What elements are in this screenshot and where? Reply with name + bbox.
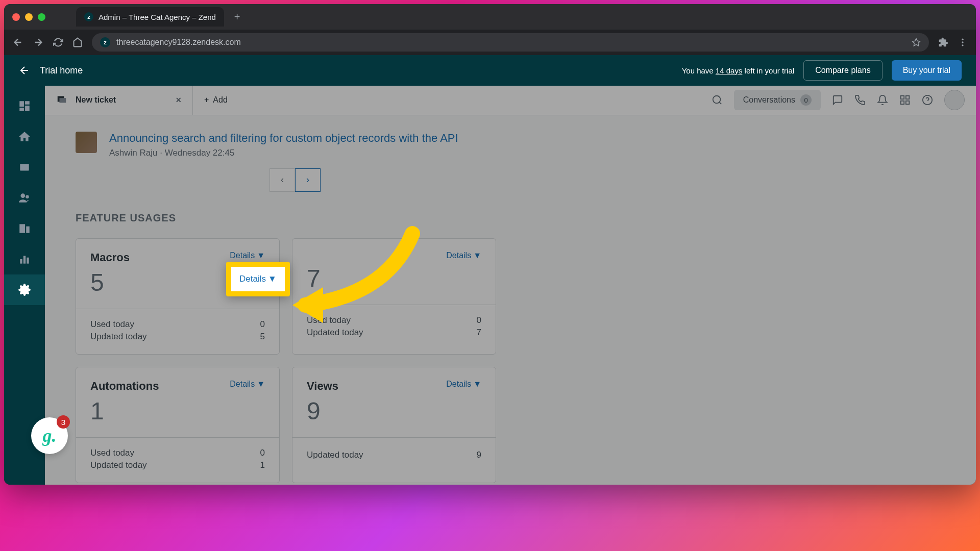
chevron-down-icon: ▼ xyxy=(473,251,481,260)
stat-row: Used today0 xyxy=(307,315,481,325)
svg-rect-11 xyxy=(27,258,29,264)
extensions-icon[interactable] xyxy=(938,37,948,47)
trial-bar: Trial home You have 14 days left in your… xyxy=(4,55,976,86)
details-link[interactable]: Details ▼ xyxy=(446,380,481,389)
plus-icon: + xyxy=(204,95,209,105)
forward-icon[interactable] xyxy=(33,37,44,48)
sidebar-item-tickets[interactable] xyxy=(4,152,45,183)
grammarly-logo-icon: g. xyxy=(43,425,57,446)
card-count: 7 xyxy=(307,264,481,292)
highlighted-details-link[interactable]: Details ▼ xyxy=(239,274,277,284)
svg-rect-19 xyxy=(906,101,909,104)
chevron-down-icon: ▼ xyxy=(268,274,277,284)
svg-point-1 xyxy=(962,39,963,40)
announcement: Announcing search and filtering for cust… xyxy=(76,132,945,158)
trial-home-link[interactable]: Trial home xyxy=(40,65,83,76)
url-bar: z threecatagency9128.zendesk.com xyxy=(4,30,976,55)
chevron-down-icon: ▼ xyxy=(257,251,265,260)
section-title: FEATURE USAGES xyxy=(76,212,945,224)
stat-row: Used today0 xyxy=(90,448,265,458)
conversations-button[interactable]: Conversations 0 xyxy=(734,90,821,110)
announcement-title[interactable]: Announcing search and filtering for cust… xyxy=(109,132,458,145)
svg-point-15 xyxy=(713,96,720,104)
svg-rect-14 xyxy=(59,98,66,103)
details-link[interactable]: Details ▼ xyxy=(446,251,481,260)
top-actions: Conversations 0 xyxy=(712,90,976,110)
sidebar-item-home[interactable] xyxy=(4,121,45,152)
notifications-icon[interactable] xyxy=(877,94,888,106)
feature-cards: Macros Details ▼ 5 Used today0 Updated t… xyxy=(76,238,945,483)
sidebar-item-admin[interactable] xyxy=(4,274,45,305)
card-views: Views Details ▼ 9 Updated today9 xyxy=(292,367,496,483)
sidebar-item-organizations[interactable] xyxy=(4,213,45,244)
site-favicon: z xyxy=(100,37,110,47)
svg-point-6 xyxy=(26,195,29,199)
stat-row: Updated today5 xyxy=(90,332,265,342)
svg-point-2 xyxy=(962,41,963,43)
highlight-callout: Details ▼ xyxy=(226,262,290,296)
card-count: 9 xyxy=(307,397,481,425)
close-window-icon[interactable] xyxy=(12,13,20,21)
compare-plans-button[interactable]: Compare plans xyxy=(803,60,883,81)
add-tab-button[interactable]: + Add xyxy=(193,95,239,105)
add-label: Add xyxy=(213,95,227,105)
svg-rect-10 xyxy=(23,256,26,264)
main-content: New ticket × + Add Conversations 0 xyxy=(45,86,976,485)
svg-marker-0 xyxy=(913,39,920,46)
zendesk-favicon: z xyxy=(84,12,93,21)
apps-icon[interactable] xyxy=(899,94,911,106)
grammarly-widget[interactable]: g. 3 xyxy=(31,417,68,454)
minimize-window-icon[interactable] xyxy=(25,13,33,21)
sidebar-item-customers[interactable] xyxy=(4,183,45,213)
user-avatar[interactable] xyxy=(944,90,965,110)
url-text: threecatagency9128.zendesk.com xyxy=(116,38,241,47)
content-area: Announcing search and filtering for cust… xyxy=(45,115,976,485)
sidebar-item-reporting[interactable] xyxy=(4,244,45,274)
star-icon[interactable] xyxy=(912,38,921,47)
chevron-down-icon: ▼ xyxy=(257,380,265,389)
menu-icon[interactable] xyxy=(958,37,968,47)
ticket-icon xyxy=(56,93,67,107)
buy-trial-button[interactable]: Buy your trial xyxy=(892,60,962,81)
grammarly-badge-count: 3 xyxy=(57,415,70,429)
browser-tab[interactable]: z Admin – Three Cat Agency – Zend xyxy=(76,7,224,27)
announcement-meta: Ashwin Raju · Wednesday 22:45 xyxy=(109,148,458,158)
back-icon[interactable] xyxy=(12,37,23,48)
reload-icon[interactable] xyxy=(53,37,63,47)
conversations-count: 0 xyxy=(800,94,812,106)
home-icon[interactable] xyxy=(72,37,83,47)
details-link[interactable]: Details ▼ xyxy=(230,380,265,389)
details-link[interactable]: Details ▼ xyxy=(230,251,265,260)
card-automations: Automations Details ▼ 1 Used today0 Upda… xyxy=(76,367,280,483)
chat-icon[interactable] xyxy=(832,94,843,106)
search-icon[interactable] xyxy=(712,94,723,106)
pager-prev-button[interactable]: ‹ xyxy=(270,168,295,192)
svg-rect-9 xyxy=(20,259,22,264)
app-body: New ticket × + Add Conversations 0 xyxy=(4,86,976,485)
maximize-window-icon[interactable] xyxy=(38,13,45,21)
svg-rect-8 xyxy=(26,227,30,233)
tab-new-ticket[interactable]: New ticket × xyxy=(45,86,193,115)
card-count: 1 xyxy=(90,397,265,425)
close-tab-icon[interactable]: × xyxy=(176,95,181,106)
browser-window: z Admin – Three Cat Agency – Zend + z th… xyxy=(4,4,976,485)
svg-point-3 xyxy=(962,44,963,46)
card-title: Views xyxy=(307,380,338,393)
card-title: Macros xyxy=(90,251,130,264)
card-title: Automations xyxy=(90,380,159,393)
url-field[interactable]: z threecatagency9128.zendesk.com xyxy=(92,33,929,52)
pager: ‹ › xyxy=(270,168,945,192)
svg-point-5 xyxy=(20,193,25,198)
back-arrow-icon[interactable] xyxy=(18,64,31,77)
pager-next-button[interactable]: › xyxy=(295,168,321,192)
new-tab-button[interactable]: + xyxy=(234,11,240,23)
tabs-bar: New ticket × + Add Conversations 0 xyxy=(45,86,976,115)
svg-rect-18 xyxy=(901,101,904,104)
phone-icon[interactable] xyxy=(854,94,866,106)
svg-rect-17 xyxy=(906,96,909,99)
card-second: Details ▼ 7 Used today0 Updated today7 xyxy=(292,238,496,355)
browser-actions xyxy=(938,37,968,47)
help-icon[interactable] xyxy=(922,94,933,106)
svg-rect-4 xyxy=(20,164,29,171)
sidebar-item-dashboard[interactable] xyxy=(4,91,45,121)
